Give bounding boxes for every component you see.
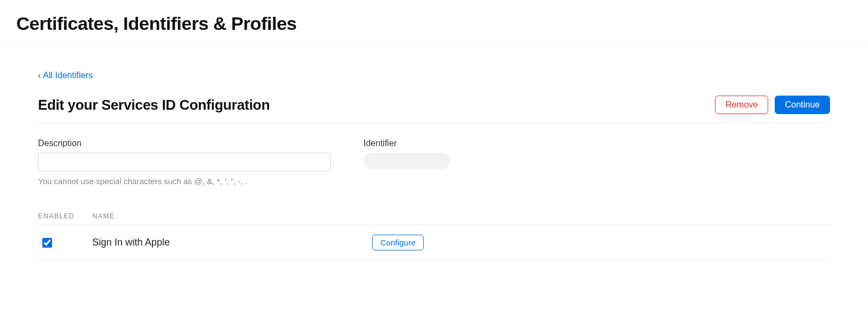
chevron-left-icon: ‹ bbox=[38, 71, 41, 80]
enable-checkbox[interactable] bbox=[42, 238, 52, 248]
enabled-cell bbox=[38, 238, 92, 248]
capabilities-header: ENABLED NAME bbox=[38, 212, 830, 224]
capability-name: Sign In with Apple bbox=[92, 237, 363, 248]
capabilities-table: ENABLED NAME Sign In with Apple Configur… bbox=[38, 212, 830, 261]
description-help-text: You cannot use special characters such a… bbox=[38, 177, 331, 186]
col-header-enabled: ENABLED bbox=[38, 212, 92, 220]
capability-action-cell: Configure bbox=[363, 235, 830, 250]
form-row: Description You cannot use special chara… bbox=[38, 139, 830, 186]
remove-button[interactable]: Remove bbox=[715, 96, 768, 114]
breadcrumb-back-link[interactable]: ‹All Identifiers bbox=[38, 71, 93, 80]
description-input[interactable] bbox=[38, 153, 331, 171]
content-area: ‹All Identifiers Edit your Services ID C… bbox=[0, 43, 868, 261]
configure-button[interactable]: Configure bbox=[372, 235, 424, 250]
sub-title: Edit your Services ID Configuration bbox=[38, 97, 270, 114]
continue-button[interactable]: Continue bbox=[775, 96, 830, 114]
page-title: Certificates, Identifiers & Profiles bbox=[16, 13, 852, 34]
capability-row: Sign In with Apple Configure bbox=[38, 224, 830, 261]
identifier-label: Identifier bbox=[363, 139, 580, 148]
subheader-row: Edit your Services ID Configuration Remo… bbox=[38, 96, 830, 123]
breadcrumb-label: All Identifiers bbox=[43, 71, 93, 80]
description-column: Description You cannot use special chara… bbox=[38, 139, 331, 186]
identifier-column: Identifier bbox=[363, 139, 580, 186]
page-header: Certificates, Identifiers & Profiles bbox=[0, 0, 868, 43]
action-buttons: Remove Continue bbox=[715, 96, 830, 114]
col-header-name: NAME bbox=[92, 212, 830, 220]
identifier-value-redacted bbox=[363, 153, 450, 169]
description-label: Description bbox=[38, 139, 331, 148]
